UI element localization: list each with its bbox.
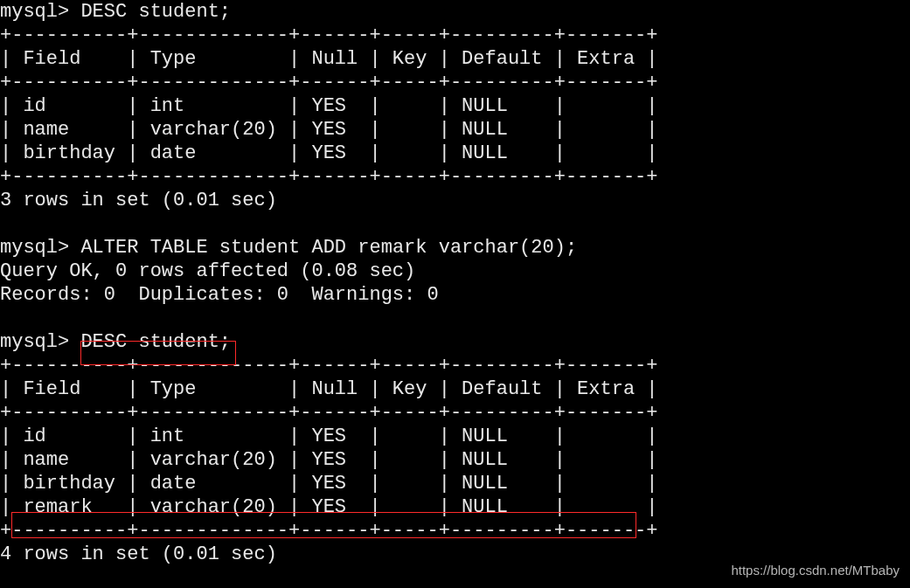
table-header: | Field | Type | Null | Key | Default | … <box>0 48 658 70</box>
command-desc-1: DESC student; <box>80 1 231 23</box>
query-ok: Query OK, 0 rows affected (0.08 sec) <box>0 260 415 282</box>
table-row: | id | int | YES | | NULL | | <box>0 425 658 447</box>
terminal-output: mysql> DESC student; +----------+-------… <box>0 0 910 566</box>
table-row: | id | int | YES | | NULL | | <box>0 95 658 117</box>
command-alter: ALTER TABLE student ADD remark varchar(2… <box>80 237 577 259</box>
prompt: mysql> <box>0 237 69 259</box>
command-desc-2: DESC student; <box>80 331 231 353</box>
table-row: | remark | varchar(20) | YES | | NULL | … <box>0 496 658 518</box>
table-header: | Field | Type | Null | Key | Default | … <box>0 378 658 400</box>
table-row: | name | varchar(20) | YES | | NULL | | <box>0 449 658 471</box>
prompt: mysql> <box>0 331 69 353</box>
table-row: | name | varchar(20) | YES | | NULL | | <box>0 119 658 141</box>
table-separator: +----------+-------------+------+-----+-… <box>0 72 658 93</box>
table-separator: +----------+-------------+------+-----+-… <box>0 402 658 424</box>
watermark-text: https://blog.csdn.net/MTbaby <box>731 563 900 578</box>
result-summary: 4 rows in set (0.01 sec) <box>0 543 277 565</box>
table-row: | birthday | date | YES | | NULL | | <box>0 473 658 495</box>
table-separator: +----------+-------------+------+-----+-… <box>0 355 658 377</box>
table-row: | birthday | date | YES | | NULL | | <box>0 142 658 164</box>
table-separator: +----------+-------------+------+-----+-… <box>0 24 658 46</box>
table-separator: +----------+-------------+------+-----+-… <box>0 520 658 542</box>
result-summary: 3 rows in set (0.01 sec) <box>0 190 277 211</box>
prompt: mysql> <box>0 1 69 23</box>
table-separator: +----------+-------------+------+-----+-… <box>0 166 658 188</box>
records-line: Records: 0 Duplicates: 0 Warnings: 0 <box>0 284 439 306</box>
